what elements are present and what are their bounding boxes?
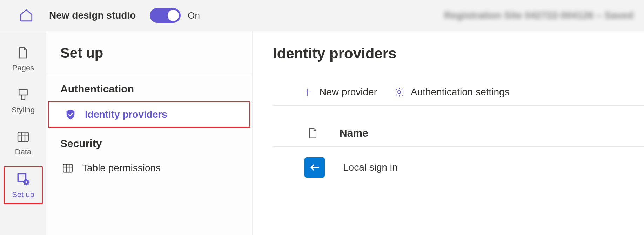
new-provider-label: New provider (319, 87, 377, 98)
auth-settings-button[interactable]: Authentication settings (394, 87, 510, 98)
design-studio-toggle-wrap: On (150, 8, 200, 23)
nav-rail: Pages Styling Data (0, 31, 46, 235)
setup-icon (15, 171, 31, 187)
setup-panel: Set up Authentication Identity providers… (46, 31, 253, 235)
section-security-header: Security (46, 128, 252, 156)
provider-name: Local sign in (343, 162, 398, 173)
setup-panel-title: Set up (46, 31, 252, 73)
menu-item-label: Identity providers (85, 109, 167, 120)
svg-point-7 (26, 181, 27, 183)
local-signin-icon (304, 157, 325, 178)
site-status-label: Registration Site 042722-004126 – Saved (444, 10, 633, 21)
menu-item-identity-providers[interactable]: Identity providers (48, 101, 250, 128)
gear-icon (394, 87, 404, 97)
content-toolbar: New provider Authentication settings (273, 79, 644, 106)
svg-point-14 (398, 91, 401, 94)
rail-label: Styling (12, 105, 35, 115)
file-icon (307, 127, 319, 139)
column-name-header[interactable]: Name (340, 127, 368, 139)
menu-item-table-permissions[interactable]: Table permissions (46, 156, 252, 180)
new-provider-button[interactable]: New provider (302, 87, 377, 98)
design-studio-label: New design studio (49, 10, 136, 21)
table-header-row: Name (273, 106, 644, 147)
topbar: New design studio On Registration Site 0… (0, 0, 644, 31)
data-icon (16, 130, 30, 144)
rail-label: Set up (12, 190, 34, 199)
rail-label: Data (15, 147, 31, 157)
rail-item-styling[interactable]: Styling (4, 82, 43, 120)
rail-label: Pages (12, 63, 34, 72)
rail-item-pages[interactable]: Pages (4, 40, 43, 78)
content-panel: Identity providers New provider Authen (253, 31, 644, 235)
svg-rect-0 (18, 132, 28, 142)
menu-item-label: Table permissions (82, 163, 161, 174)
table-row[interactable]: Local sign in (273, 147, 644, 185)
pages-icon (16, 46, 30, 60)
section-authentication-header: Authentication (46, 73, 252, 101)
styling-icon (16, 88, 30, 102)
rail-item-data[interactable]: Data (4, 124, 43, 162)
page-title: Identity providers (273, 45, 644, 62)
auth-settings-label: Authentication settings (411, 87, 510, 98)
table-icon (62, 162, 74, 174)
rail-item-setup[interactable]: Set up (4, 166, 43, 204)
toggle-thumb (168, 10, 179, 21)
home-icon (19, 8, 34, 23)
svg-rect-8 (63, 164, 72, 172)
shield-check-icon (65, 109, 76, 120)
design-studio-toggle[interactable] (150, 8, 181, 23)
toggle-state-label: On (188, 10, 200, 21)
main-layout: Pages Styling Data (0, 31, 644, 235)
home-button[interactable] (11, 8, 42, 23)
plus-icon (302, 87, 313, 97)
